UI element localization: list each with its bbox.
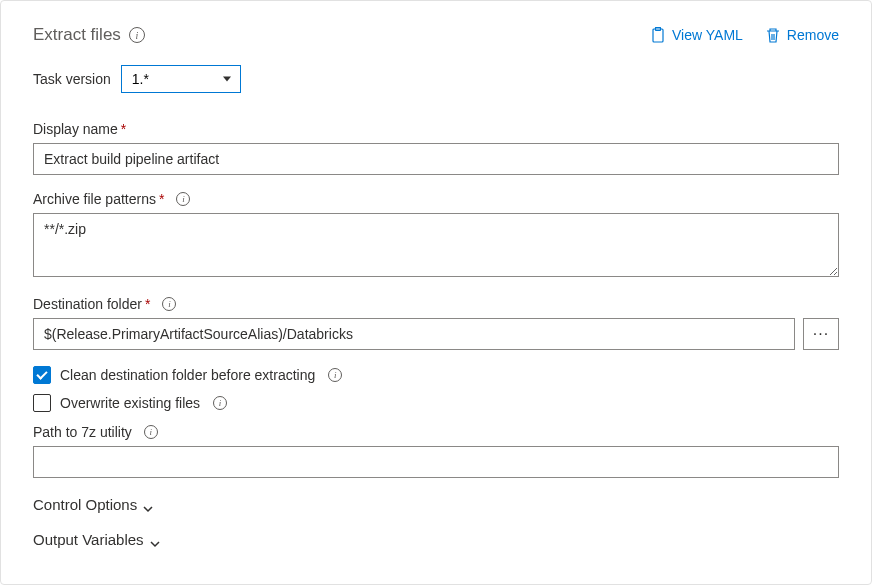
overwrite-label: Overwrite existing files (60, 395, 200, 411)
clean-dest-checkbox[interactable] (33, 366, 51, 384)
output-variables-label: Output Variables (33, 531, 144, 548)
destination-field: Destination folder * i ··· (33, 296, 839, 350)
header-row: Extract files i View YAML Remove (33, 25, 839, 45)
info-icon[interactable]: i (328, 368, 342, 382)
archive-patterns-label: Archive file patterns * i (33, 191, 839, 207)
view-yaml-button[interactable]: View YAML (650, 27, 743, 43)
title-group: Extract files i (33, 25, 145, 45)
display-name-label: Display name * (33, 121, 839, 137)
trash-icon (765, 27, 781, 43)
info-icon[interactable]: i (162, 297, 176, 311)
overwrite-row: Overwrite existing files i (33, 394, 839, 412)
page-title: Extract files (33, 25, 121, 45)
info-icon[interactable]: i (129, 27, 145, 43)
task-version-select-wrapper (121, 65, 241, 93)
remove-label: Remove (787, 27, 839, 43)
view-yaml-label: View YAML (672, 27, 743, 43)
browse-button[interactable]: ··· (803, 318, 839, 350)
chevron-down-icon (150, 535, 160, 545)
task-version-label: Task version (33, 71, 111, 87)
checkboxes-block: Clean destination folder before extracti… (33, 366, 839, 412)
archive-patterns-field: Archive file patterns * i **/*.zip (33, 191, 839, 280)
info-icon[interactable]: i (213, 396, 227, 410)
task-version-select[interactable] (121, 65, 241, 93)
control-options-section[interactable]: Control Options (33, 496, 839, 513)
archive-patterns-input[interactable]: **/*.zip (33, 213, 839, 277)
task-version-row: Task version (33, 65, 839, 93)
clean-dest-row: Clean destination folder before extracti… (33, 366, 839, 384)
destination-label: Destination folder * i (33, 296, 839, 312)
path-7z-label: Path to 7z utility i (33, 424, 839, 440)
required-star: * (145, 296, 150, 312)
info-icon[interactable]: i (176, 192, 190, 206)
display-name-field: Display name * (33, 121, 839, 175)
chevron-down-icon (143, 500, 153, 510)
required-star: * (121, 121, 126, 137)
output-variables-section[interactable]: Output Variables (33, 531, 839, 548)
display-name-input[interactable] (33, 143, 839, 175)
header-actions: View YAML Remove (650, 27, 839, 43)
info-icon[interactable]: i (144, 425, 158, 439)
clipboard-icon (650, 27, 666, 43)
destination-row: ··· (33, 318, 839, 350)
clean-dest-label: Clean destination folder before extracti… (60, 367, 315, 383)
path-7z-field: Path to 7z utility i (33, 424, 839, 478)
control-options-label: Control Options (33, 496, 137, 513)
destination-input[interactable] (33, 318, 795, 350)
path-7z-input[interactable] (33, 446, 839, 478)
remove-button[interactable]: Remove (765, 27, 839, 43)
overwrite-checkbox[interactable] (33, 394, 51, 412)
required-star: * (159, 191, 164, 207)
